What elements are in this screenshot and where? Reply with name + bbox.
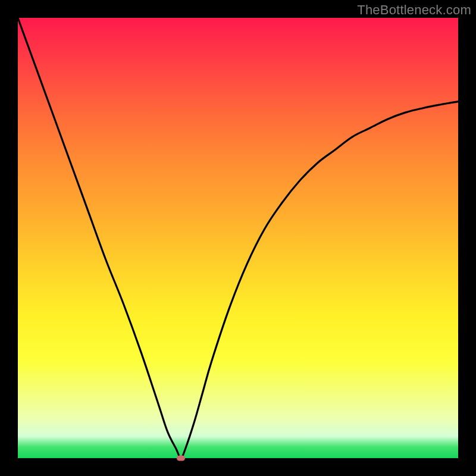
chart-plot-area — [18, 18, 458, 458]
watermark-text: TheBottleneck.com — [357, 2, 471, 18]
minimum-marker — [177, 456, 185, 461]
bottleneck-curve — [18, 18, 458, 458]
chart-frame: TheBottleneck.com — [0, 0, 476, 476]
